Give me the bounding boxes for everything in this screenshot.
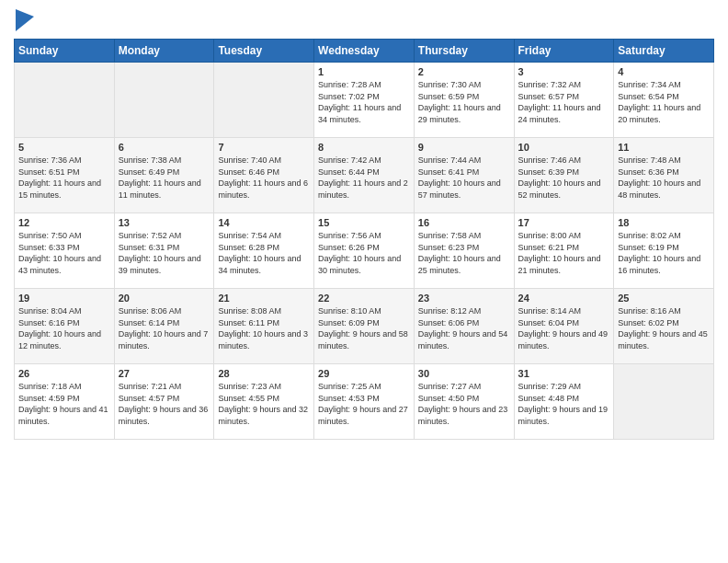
calendar-cell: 29Sunrise: 7:25 AMSunset: 4:53 PMDayligh…: [314, 364, 415, 440]
calendar-cell: 8Sunrise: 7:42 AMSunset: 6:44 PMDaylight…: [314, 138, 415, 213]
weekday-header: Friday: [514, 40, 614, 63]
day-info: Sunrise: 7:38 AMSunset: 6:49 PMDaylight:…: [119, 155, 210, 201]
day-info: Sunrise: 7:34 AMSunset: 6:54 PMDaylight:…: [618, 79, 710, 125]
calendar-cell: [114, 63, 214, 138]
day-number: 20: [119, 293, 210, 304]
calendar-cell: 7Sunrise: 7:40 AMSunset: 6:46 PMDaylight…: [214, 138, 314, 213]
weekday-header: Monday: [114, 40, 214, 63]
weekday-header: Sunday: [15, 40, 115, 63]
day-number: 25: [618, 293, 710, 304]
calendar-week-row: 5Sunrise: 7:36 AMSunset: 6:51 PMDaylight…: [15, 138, 714, 213]
day-info: Sunrise: 7:32 AMSunset: 6:57 PMDaylight:…: [518, 79, 610, 125]
calendar-cell: [15, 63, 115, 138]
day-info: Sunrise: 7:52 AMSunset: 6:31 PMDaylight:…: [119, 230, 210, 276]
logo: [14, 9, 34, 31]
calendar-cell: 1Sunrise: 7:28 AMSunset: 7:02 PMDaylight…: [314, 63, 415, 138]
calendar-cell: 4Sunrise: 7:34 AMSunset: 6:54 PMDaylight…: [614, 63, 714, 138]
calendar-cell: 18Sunrise: 8:02 AMSunset: 6:19 PMDayligh…: [614, 213, 714, 289]
day-info: Sunrise: 8:06 AMSunset: 6:14 PMDaylight:…: [119, 305, 210, 351]
day-number: 10: [518, 142, 610, 153]
day-info: Sunrise: 7:56 AMSunset: 6:26 PMDaylight:…: [318, 230, 410, 276]
calendar-cell: 3Sunrise: 7:32 AMSunset: 6:57 PMDaylight…: [514, 63, 614, 138]
day-number: 12: [18, 217, 110, 228]
header: [14, 9, 714, 31]
day-number: 16: [418, 217, 510, 228]
day-number: 22: [318, 293, 410, 304]
day-info: Sunrise: 8:00 AMSunset: 6:21 PMDaylight:…: [518, 230, 610, 276]
calendar-week-row: 26Sunrise: 7:18 AMSunset: 4:59 PMDayligh…: [15, 364, 714, 440]
day-number: 26: [18, 368, 110, 379]
day-info: Sunrise: 7:50 AMSunset: 6:33 PMDaylight:…: [18, 230, 110, 276]
day-info: Sunrise: 7:27 AMSunset: 4:50 PMDaylight:…: [418, 381, 510, 427]
day-info: Sunrise: 7:28 AMSunset: 7:02 PMDaylight:…: [318, 79, 410, 125]
calendar-cell: 6Sunrise: 7:38 AMSunset: 6:49 PMDaylight…: [114, 138, 214, 213]
calendar-cell: 21Sunrise: 8:08 AMSunset: 6:11 PMDayligh…: [214, 289, 314, 364]
day-number: 1: [318, 66, 410, 77]
calendar-cell: 17Sunrise: 8:00 AMSunset: 6:21 PMDayligh…: [514, 213, 614, 289]
day-number: 21: [218, 293, 310, 304]
day-info: Sunrise: 7:42 AMSunset: 6:44 PMDaylight:…: [318, 155, 410, 201]
logo-icon: [16, 9, 34, 31]
calendar-cell: 26Sunrise: 7:18 AMSunset: 4:59 PMDayligh…: [15, 364, 115, 440]
day-number: 5: [18, 142, 110, 153]
day-number: 17: [518, 217, 610, 228]
day-number: 2: [418, 66, 510, 77]
calendar-cell: 2Sunrise: 7:30 AMSunset: 6:59 PMDaylight…: [414, 63, 514, 138]
day-info: Sunrise: 8:12 AMSunset: 6:06 PMDaylight:…: [418, 305, 510, 351]
day-number: 15: [318, 217, 410, 228]
day-number: 23: [418, 293, 510, 304]
page: SundayMondayTuesdayWednesdayThursdayFrid…: [0, 0, 728, 563]
day-number: 8: [318, 142, 410, 153]
calendar-cell: 20Sunrise: 8:06 AMSunset: 6:14 PMDayligh…: [114, 289, 214, 364]
day-number: 30: [418, 368, 510, 379]
day-info: Sunrise: 7:58 AMSunset: 6:23 PMDaylight:…: [418, 230, 510, 276]
calendar-cell: 5Sunrise: 7:36 AMSunset: 6:51 PMDaylight…: [15, 138, 115, 213]
calendar-cell: 27Sunrise: 7:21 AMSunset: 4:57 PMDayligh…: [114, 364, 214, 440]
calendar-cell: 31Sunrise: 7:29 AMSunset: 4:48 PMDayligh…: [514, 364, 614, 440]
day-number: 7: [218, 142, 310, 153]
calendar-cell: 19Sunrise: 8:04 AMSunset: 6:16 PMDayligh…: [15, 289, 115, 364]
calendar-cell: 9Sunrise: 7:44 AMSunset: 6:41 PMDaylight…: [414, 138, 514, 213]
day-number: 27: [119, 368, 210, 379]
day-info: Sunrise: 7:36 AMSunset: 6:51 PMDaylight:…: [18, 155, 110, 201]
weekday-header-row: SundayMondayTuesdayWednesdayThursdayFrid…: [15, 40, 714, 63]
day-number: 3: [518, 66, 610, 77]
day-number: 14: [218, 217, 310, 228]
day-info: Sunrise: 7:25 AMSunset: 4:53 PMDaylight:…: [318, 381, 410, 427]
day-number: 13: [119, 217, 210, 228]
calendar-cell: 10Sunrise: 7:46 AMSunset: 6:39 PMDayligh…: [514, 138, 614, 213]
day-info: Sunrise: 7:30 AMSunset: 6:59 PMDaylight:…: [418, 79, 510, 125]
calendar-cell: [214, 63, 314, 138]
day-info: Sunrise: 7:29 AMSunset: 4:48 PMDaylight:…: [518, 381, 610, 427]
calendar-cell: 11Sunrise: 7:48 AMSunset: 6:36 PMDayligh…: [614, 138, 714, 213]
day-number: 19: [18, 293, 110, 304]
calendar-cell: 14Sunrise: 7:54 AMSunset: 6:28 PMDayligh…: [214, 213, 314, 289]
day-info: Sunrise: 8:16 AMSunset: 6:02 PMDaylight:…: [618, 305, 710, 351]
calendar-cell: 12Sunrise: 7:50 AMSunset: 6:33 PMDayligh…: [15, 213, 115, 289]
weekday-header: Thursday: [414, 40, 514, 63]
day-number: 9: [418, 142, 510, 153]
calendar-cell: [614, 364, 714, 440]
calendar-cell: 16Sunrise: 7:58 AMSunset: 6:23 PMDayligh…: [414, 213, 514, 289]
day-number: 6: [119, 142, 210, 153]
day-info: Sunrise: 7:46 AMSunset: 6:39 PMDaylight:…: [518, 155, 610, 201]
day-info: Sunrise: 8:04 AMSunset: 6:16 PMDaylight:…: [18, 305, 110, 351]
calendar-week-row: 19Sunrise: 8:04 AMSunset: 6:16 PMDayligh…: [15, 289, 714, 364]
calendar-cell: 25Sunrise: 8:16 AMSunset: 6:02 PMDayligh…: [614, 289, 714, 364]
calendar-cell: 23Sunrise: 8:12 AMSunset: 6:06 PMDayligh…: [414, 289, 514, 364]
day-info: Sunrise: 7:54 AMSunset: 6:28 PMDaylight:…: [218, 230, 310, 276]
calendar-week-row: 1Sunrise: 7:28 AMSunset: 7:02 PMDaylight…: [15, 63, 714, 138]
weekday-header: Wednesday: [314, 40, 415, 63]
calendar-week-row: 12Sunrise: 7:50 AMSunset: 6:33 PMDayligh…: [15, 213, 714, 289]
calendar-cell: 22Sunrise: 8:10 AMSunset: 6:09 PMDayligh…: [314, 289, 415, 364]
day-number: 28: [218, 368, 310, 379]
day-info: Sunrise: 8:08 AMSunset: 6:11 PMDaylight:…: [218, 305, 310, 351]
day-info: Sunrise: 7:23 AMSunset: 4:55 PMDaylight:…: [218, 381, 310, 427]
day-info: Sunrise: 8:10 AMSunset: 6:09 PMDaylight:…: [318, 305, 410, 351]
day-info: Sunrise: 7:21 AMSunset: 4:57 PMDaylight:…: [119, 381, 210, 427]
day-number: 31: [518, 368, 610, 379]
weekday-header: Tuesday: [214, 40, 314, 63]
day-number: 11: [618, 142, 710, 153]
day-number: 24: [518, 293, 610, 304]
svg-marker-0: [16, 9, 34, 31]
